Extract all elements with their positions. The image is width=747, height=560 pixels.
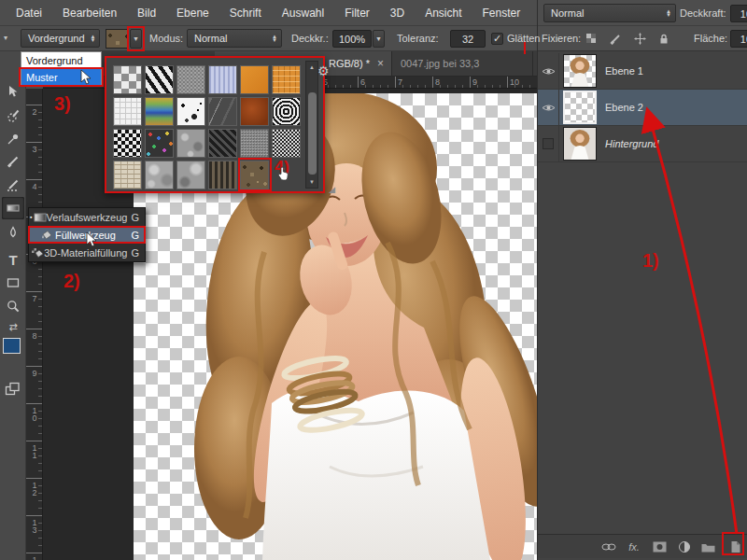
visibility-checkbox-empty[interactable] bbox=[538, 126, 559, 162]
pattern-swatch-rust[interactable] bbox=[240, 97, 269, 126]
fill-source-select[interactable]: Vordergrund ▲▼ bbox=[21, 29, 100, 48]
pattern-swatch-optical-check[interactable] bbox=[113, 129, 142, 158]
pattern-swatch-confetti[interactable] bbox=[145, 129, 174, 158]
swap-colors-icon[interactable]: ⇄ bbox=[2, 320, 24, 333]
pattern-swatch-dark-knit[interactable] bbox=[208, 129, 237, 158]
flyout-item-verlaufswerkzeug[interactable]: ▪ Verlaufswerkzeug G bbox=[29, 208, 145, 226]
pattern-swatch-blue-weave[interactable] bbox=[208, 65, 237, 94]
pattern-swatch-concentric-squares[interactable] bbox=[272, 97, 301, 126]
foreground-color-swatch[interactable] bbox=[3, 338, 21, 354]
menu-schrift[interactable]: Schrift bbox=[219, 7, 272, 20]
toleranz-input[interactable]: 32 bbox=[450, 30, 486, 48]
deckkr-value[interactable]: 100% bbox=[332, 30, 372, 48]
blend-mode-select[interactable]: Normal ▲▼ bbox=[543, 4, 676, 22]
background-color-swatch[interactable] bbox=[2, 378, 24, 400]
visibility-eye-icon[interactable] bbox=[538, 53, 559, 90]
lock-position-move-icon[interactable] bbox=[631, 31, 648, 46]
pattern-swatch-gray-blobs[interactable] bbox=[176, 129, 205, 158]
visibility-eye-icon[interactable] bbox=[538, 90, 559, 126]
fill-tool-flyout-menu: ▪ Verlaufswerkzeug G Füllwerkzeug G 3D-M… bbox=[28, 207, 146, 262]
flyout-item-fuellwerkzeug[interactable]: Füllwerkzeug G bbox=[29, 226, 145, 244]
lock-transparency-icon[interactable] bbox=[583, 31, 599, 46]
ruler-minor-tick bbox=[417, 85, 418, 89]
gear-icon[interactable]: ⚙ bbox=[317, 63, 330, 78]
ruler-minor-tick bbox=[38, 448, 43, 449]
pattern-swatch-gravel[interactable] bbox=[240, 161, 269, 189]
menu-bild[interactable]: Bild bbox=[127, 7, 166, 20]
3d-paint-bucket-icon bbox=[31, 247, 44, 259]
menu-ebene[interactable]: Ebene bbox=[166, 7, 219, 20]
flaeche-value[interactable]: 100 bbox=[730, 30, 747, 48]
pattern-swatch-orange[interactable] bbox=[240, 65, 269, 94]
ruler-minor-tick bbox=[38, 149, 43, 150]
layer-mask-icon[interactable] bbox=[650, 539, 669, 555]
layer-name[interactable]: Ebene 2 bbox=[605, 102, 643, 113]
layer-row-ebene2[interactable]: Ebene 2 bbox=[538, 90, 747, 126]
stamp-tool[interactable] bbox=[2, 174, 24, 196]
new-layer-icon[interactable] bbox=[726, 539, 744, 555]
pattern-swatch-noise[interactable] bbox=[176, 65, 205, 94]
menu-datei[interactable]: Datei bbox=[6, 7, 52, 20]
scroll-up-icon[interactable]: ▲ bbox=[307, 64, 317, 70]
pattern-swatch-rainbow-blur[interactable] bbox=[145, 97, 174, 126]
menu-bearbeiten[interactable]: Bearbeiten bbox=[52, 7, 127, 20]
layer-thumbnail[interactable] bbox=[563, 91, 597, 124]
pattern-swatch-white-grid[interactable] bbox=[113, 97, 142, 126]
menu-filter[interactable]: Filter bbox=[334, 7, 380, 20]
brush-tool[interactable] bbox=[2, 150, 24, 173]
pattern-swatch-clouds[interactable] bbox=[176, 161, 205, 189]
pattern-picker-arrow-button[interactable]: ▼ bbox=[130, 29, 142, 49]
pattern-swatch-orange-waffle[interactable] bbox=[272, 65, 301, 94]
pattern-swatch-ink-splatter[interactable] bbox=[176, 97, 205, 126]
tab-inactive-document[interactable]: 0047.jpg bei 33,3 bbox=[393, 51, 533, 76]
deckkraft-value[interactable]: 100 bbox=[730, 5, 747, 22]
pattern-swatch-brick-text[interactable] bbox=[113, 161, 142, 189]
gradient-tool[interactable] bbox=[2, 197, 24, 219]
menu-3d[interactable]: 3D bbox=[380, 7, 415, 20]
ruler-minor-tick bbox=[38, 269, 43, 270]
pattern-preview-thumb[interactable] bbox=[106, 29, 128, 49]
layer-name[interactable]: Ebene 1 bbox=[605, 65, 643, 77]
pattern-swatch-dense-speckle[interactable] bbox=[240, 129, 269, 158]
shape-tool[interactable] bbox=[2, 272, 24, 294]
layer-row-hintergrund[interactable]: Hintergrund bbox=[538, 126, 747, 162]
layer-thumbnail[interactable] bbox=[563, 127, 597, 161]
panel-resize-grip[interactable]: ◢ bbox=[329, 185, 335, 194]
zoom-tool[interactable] bbox=[2, 295, 24, 317]
tab-close-icon[interactable]: × bbox=[377, 57, 384, 70]
pattern-swatch-embossed-squares[interactable] bbox=[113, 65, 142, 94]
tool-preset-caret[interactable]: ▾ bbox=[4, 34, 7, 42]
layer-thumbnail[interactable] bbox=[563, 54, 597, 88]
menu-fenster[interactable]: Fenster bbox=[472, 7, 531, 20]
new-group-folder-icon[interactable] bbox=[698, 539, 717, 555]
pattern-swatch-dark-marble[interactable] bbox=[208, 97, 237, 126]
scroll-thumb[interactable] bbox=[308, 92, 317, 175]
glaetten-checkbox[interactable]: ✓ bbox=[491, 33, 503, 45]
layer-row-ebene1[interactable]: Ebene 1 bbox=[538, 53, 747, 90]
pattern-swatch-clouds-light[interactable] bbox=[145, 161, 174, 189]
dropdown-item-muster[interactable]: Muster bbox=[21, 69, 101, 86]
quick-selection-tool[interactable] bbox=[2, 105, 24, 127]
layer-style-fx-icon[interactable]: fx. bbox=[625, 539, 643, 555]
dropdown-item-vordergrund[interactable]: Vordergrund bbox=[21, 52, 101, 69]
flyout-item-3d-materialfuellung[interactable]: 3D-Materialfüllung G bbox=[29, 244, 145, 261]
blur-tool[interactable] bbox=[2, 221, 24, 244]
pattern-swatch-zebra[interactable] bbox=[145, 65, 174, 94]
link-layers-icon[interactable] bbox=[599, 539, 618, 555]
modus-select[interactable]: Normal ▲▼ bbox=[187, 29, 282, 48]
pattern-swatch-wicker[interactable] bbox=[208, 161, 237, 189]
deckkr-arrow-button[interactable]: ▼ bbox=[373, 30, 385, 48]
pattern-swatch-micro-check[interactable] bbox=[272, 129, 301, 158]
type-tool[interactable]: T bbox=[2, 248, 24, 271]
scroll-down-icon[interactable]: ▼ bbox=[307, 179, 317, 185]
eyedropper-tool[interactable] bbox=[2, 128, 24, 150]
lock-pixels-brush-icon[interactable] bbox=[607, 31, 624, 46]
layer-name[interactable]: Hintergrund bbox=[605, 138, 658, 149]
adjustment-layer-icon[interactable] bbox=[675, 539, 694, 555]
menu-ansicht[interactable]: Ansicht bbox=[415, 7, 472, 20]
lock-all-padlock-icon[interactable] bbox=[655, 31, 672, 46]
pattern-scrollbar[interactable]: ▲ ▼ bbox=[305, 61, 318, 189]
fixieren-label: Fixieren: bbox=[542, 33, 581, 44]
menu-auswahl[interactable]: Auswahl bbox=[272, 7, 334, 20]
flyout-label: 3D-Materialfüllung bbox=[44, 247, 127, 259]
